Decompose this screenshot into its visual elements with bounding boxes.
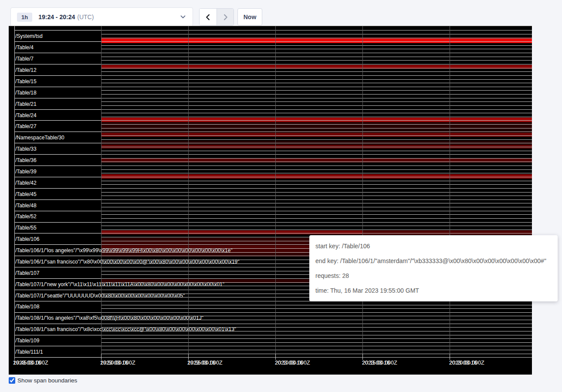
span-boundary-line [101,105,532,106]
time-gridline [101,26,102,357]
page: { "toolbar": { "duration_badge": "1h", "… [0,0,562,392]
now-button[interactable]: Now [237,8,262,26]
span-boundary-line [101,226,532,226]
span-boundary-line [101,87,532,87]
span-key-label: /Table/48 [15,203,37,209]
span-boundary-line [101,151,532,151]
label-boundary-line [14,120,101,121]
span-key-label: /Table/109 [15,338,39,344]
axis-tick [101,354,102,360]
span-boundary-line [101,38,532,38]
label-boundary-line [14,222,101,223]
span-boundary-line [101,192,532,193]
span-boundary-line [101,34,532,34]
span-boundary-line [101,124,532,125]
show-span-boundaries-control: Show span boundaries [9,377,77,384]
span-boundary-line [101,173,532,173]
span-boundary-line [101,214,532,215]
timezone-label: (UTC) [77,14,94,20]
label-boundary-line [14,98,101,98]
span-boundary-line [101,143,532,143]
chevron-left-icon [205,14,211,20]
heat-band [101,230,362,234]
span-boundary-line [101,68,532,68]
span-boundary-line [101,162,532,162]
span-boundary-line [101,101,532,102]
span-boundary-line [101,120,532,121]
chevron-down-icon [180,15,186,19]
span-boundary-line [101,132,532,132]
span-key-label: /System/tsd [15,34,43,39]
span-key-label: /Table/106/1/"san francisco"/"\x80\x00\x… [15,259,240,265]
heat-band [101,129,532,133]
label-boundary-line [14,301,101,301]
label-boundary-line [14,267,101,267]
axis-tick [275,354,276,360]
span-boundary-line [101,218,532,219]
span-key-label: /Table/106 [15,237,39,242]
label-boundary-line [14,30,101,30]
span-boundary-line [101,83,532,83]
label-boundary-line [14,335,101,335]
span-key-label: /Table/39 [15,169,37,175]
span-boundary-line [101,158,532,159]
span-key-label: /Table/107/1/"seattle"/"UUUUUUD\x00\x80\… [15,293,185,299]
span-boundary-line [101,90,532,91]
span-key-label: /Table/55 [15,225,37,231]
span-boundary-line [101,109,532,110]
span-boundary-line [101,128,532,128]
span-boundary-line [101,184,532,185]
span-key-label: /Table/12 [15,68,37,73]
left-guide-line [14,26,15,357]
span-boundary-line [101,308,532,309]
label-boundary-line [14,166,101,166]
heat-band [101,118,532,122]
span-boundary-line [101,30,532,30]
span-key-label: /Table/7 [15,56,34,62]
span-boundary-line [101,154,532,155]
span-key-label: /Table/15 [15,79,37,84]
span-boundary-line [101,354,532,354]
span-boundary-line [101,230,532,230]
tooltip-requests: requests: 28 [315,268,552,283]
span-boundary-line [101,113,532,113]
span-boundary-line [101,98,532,98]
span-boundary-line [101,211,532,211]
heat-band [362,230,532,235]
span-boundary-line [101,94,532,95]
heat-band [101,39,532,43]
span-key-label: /Table/111/1 [15,349,43,355]
label-boundary-line [14,211,101,211]
hover-tooltip: start key: /Table/106 end key: /Table/10… [309,235,558,301]
span-boundary-line [101,57,532,57]
span-boundary-line [101,53,532,53]
time-range-selector[interactable]: 1h 19:24 - 20:24 (UTC) [10,7,193,27]
label-boundary-line [14,188,101,189]
span-boundary-line [101,222,532,223]
label-boundary-line [14,357,101,358]
span-key-label: /NamespaceTable/30 [15,135,64,141]
prev-time-button[interactable] [200,9,217,25]
time-gridline [275,26,276,357]
next-time-button[interactable] [217,9,234,25]
show-span-boundaries-checkbox[interactable] [9,377,15,384]
label-boundary-line [14,132,101,132]
label-boundary-line [14,256,101,256]
label-boundary-line [14,324,101,324]
span-key-label: /Table/107 [15,270,39,276]
toolbar: 1h 19:24 - 20:24 (UTC) Now [0,0,562,27]
label-boundary-line [14,53,101,53]
time-gridline [188,26,189,357]
tooltip-end-key: end key: /Table/106/1/"amsterdam"/"\xb33… [315,253,552,268]
span-boundary-line [101,41,532,42]
label-boundary-line [14,87,101,87]
span-boundary-line [101,181,532,181]
heat-band [101,141,532,144]
span-key-label: /Table/42 [15,180,37,186]
keyvis-canvas[interactable]: /System/tsd/Table/4/Table/7/Table/12/Tab… [9,26,532,375]
span-key-label: /Table/108 [15,304,39,310]
span-boundary-line [101,117,532,117]
label-boundary-line [14,41,101,42]
span-boundary-line [101,79,532,80]
span-boundary-line [101,338,532,339]
